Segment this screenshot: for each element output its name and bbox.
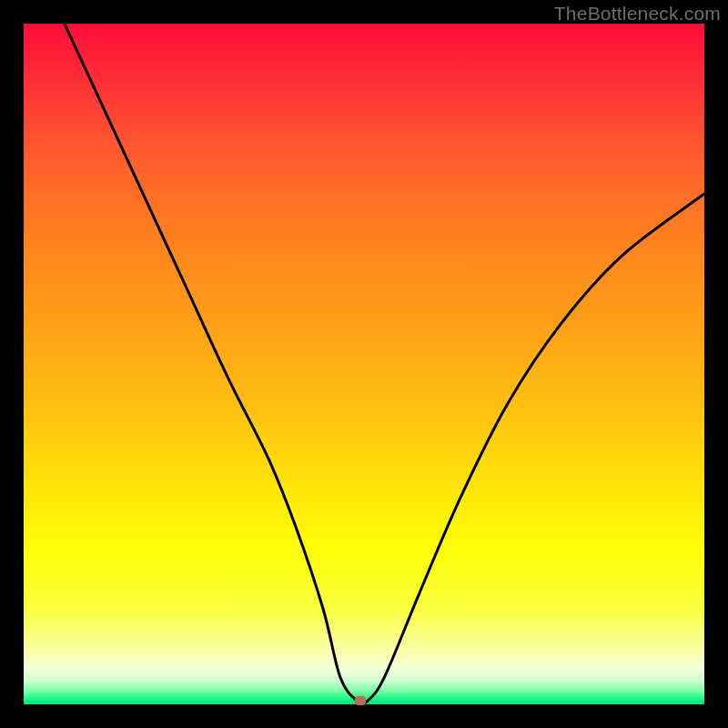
chart-frame: TheBottleneck.com xyxy=(0,0,728,728)
watermark-text: TheBottleneck.com xyxy=(554,3,721,25)
optimum-marker xyxy=(355,696,366,705)
bottleneck-curve xyxy=(24,24,704,704)
plot-area xyxy=(24,24,704,704)
curve-path xyxy=(65,24,704,704)
